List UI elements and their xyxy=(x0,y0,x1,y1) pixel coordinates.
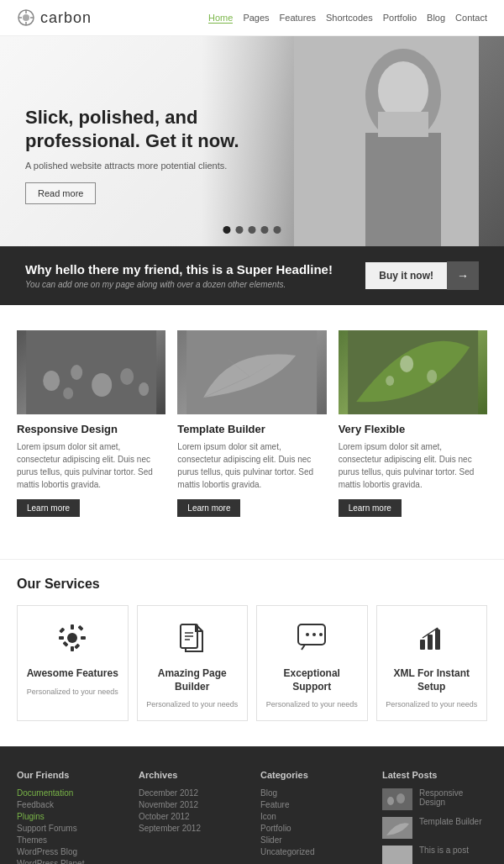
latest-thumb-2 xyxy=(382,817,412,839)
footer-arch-sep[interactable]: September 2012 xyxy=(139,824,244,833)
svg-point-24 xyxy=(427,370,437,383)
service-card-2: Amazing Page Builder Personalized to you… xyxy=(137,605,249,721)
features-grid: Responsive Design Lorem ipsum dolor sit … xyxy=(17,330,487,517)
latest-item-2: Template Builder xyxy=(382,817,487,839)
feature-card-3: Very Flexible Lorem ipsum dolor sit amet… xyxy=(339,330,487,517)
footer-latest-list: Responsive Design Template Builder This … xyxy=(382,788,487,864)
feature-learn-btn-1[interactable]: Learn more xyxy=(17,499,80,517)
footer-friends-title: Our Friends xyxy=(17,770,122,780)
svg-rect-10 xyxy=(378,112,428,137)
svg-rect-30 xyxy=(81,636,86,640)
svg-point-25 xyxy=(386,376,394,386)
service-desc-3: Personalized to your needs xyxy=(265,700,359,709)
svg-rect-33 xyxy=(63,641,69,647)
footer-link-themes[interactable]: Themes xyxy=(17,835,122,845)
footer-cat-feature[interactable]: Feature xyxy=(260,800,365,809)
footer-cat-slider[interactable]: Slider xyxy=(260,835,365,845)
cta-buy-label[interactable]: Buy it now! xyxy=(365,262,447,289)
service-icon-4 xyxy=(386,623,479,659)
feature-card-1: Responsive Design Lorem ipsum dolor sit … xyxy=(17,330,165,517)
footer-arch-dec[interactable]: December 2012 xyxy=(139,788,244,798)
footer-link-feedback[interactable]: Feedback xyxy=(17,800,122,809)
hero-subtitle: A polished website attracts more potenti… xyxy=(25,161,244,171)
footer-col-archives: Archives December 2012 November 2012 Oct… xyxy=(139,770,244,864)
nav-blog[interactable]: Blog xyxy=(427,13,445,24)
svg-rect-8 xyxy=(365,133,441,246)
latest-item-1: Responsive Design xyxy=(382,788,487,810)
footer-cat-portfolio[interactable]: Portfolio xyxy=(260,824,365,833)
footer-link-support[interactable]: Support Forums xyxy=(17,824,122,833)
footer-link-wpplanet[interactable]: WordPress Planet xyxy=(17,859,122,864)
cta-buy-button[interactable]: Buy it now! → xyxy=(365,261,479,290)
footer-arch-nov[interactable]: November 2012 xyxy=(139,800,244,809)
footer-col-categories: Categories Blog Feature Icon Portfolio S… xyxy=(260,770,365,864)
services-title: Our Services xyxy=(17,568,487,592)
svg-point-40 xyxy=(306,633,309,636)
latest-thumb-3 xyxy=(382,846,412,864)
site-header: carbon Home Pages Features Shortcodes Po… xyxy=(0,0,504,36)
service-icon-1 xyxy=(26,623,119,659)
hero-person-image xyxy=(294,36,479,246)
footer-col-friends: Our Friends Documentation Feedback Plugi… xyxy=(17,770,122,864)
footer-link-plugins[interactable]: Plugins xyxy=(17,812,122,821)
footer-grid: Our Friends Documentation Feedback Plugi… xyxy=(17,770,487,864)
footer-cat-icon[interactable]: Icon xyxy=(260,812,365,821)
hero-dot-5[interactable] xyxy=(274,226,281,234)
feature-learn-btn-2[interactable]: Learn more xyxy=(177,499,240,517)
service-desc-2: Personalized to your needs xyxy=(146,700,239,709)
feature-desc-1: Lorem ipsum dolor sit amet, consectetur … xyxy=(17,440,165,491)
footer-cat-blog[interactable]: Blog xyxy=(260,788,365,798)
latest-item-3: This is a post xyxy=(382,846,487,864)
svg-point-1 xyxy=(23,14,29,21)
footer-cat-uncategorized[interactable]: Uncategorized xyxy=(260,847,365,856)
footer-link-docs[interactable]: Documentation xyxy=(17,788,122,798)
service-title-2: Amazing Page Builder xyxy=(146,667,239,693)
hero-title: Slick, polished, and professional. Get i… xyxy=(25,106,244,154)
svg-point-23 xyxy=(400,356,413,372)
svg-rect-11 xyxy=(26,330,156,414)
svg-point-15 xyxy=(120,368,134,385)
service-card-1: Awesome Features Personalized to your ne… xyxy=(17,605,129,721)
feature-image-1 xyxy=(17,330,165,414)
footer-latest-title: Latest Posts xyxy=(382,770,487,780)
service-desc-4: Personalized to your needs xyxy=(386,700,479,709)
feature-title-1: Responsive Design xyxy=(17,423,165,435)
svg-rect-29 xyxy=(59,636,64,640)
svg-rect-31 xyxy=(60,628,66,634)
svg-point-48 xyxy=(387,797,394,805)
nav-pages[interactable]: Pages xyxy=(243,13,269,24)
svg-rect-44 xyxy=(428,635,433,650)
nav-features[interactable]: Features xyxy=(280,13,316,24)
hero-dot-2[interactable] xyxy=(236,226,244,234)
hero-dot-3[interactable] xyxy=(249,226,256,234)
latest-text-3: This is a post xyxy=(419,846,469,855)
svg-point-42 xyxy=(319,633,323,636)
feature-card-2: Template Builder Lorem ipsum dolor sit a… xyxy=(177,330,326,517)
service-icon-3 xyxy=(265,623,359,659)
svg-rect-28 xyxy=(71,646,74,651)
logo-text: carbon xyxy=(40,9,92,27)
services-grid: Awesome Features Personalized to your ne… xyxy=(17,605,487,721)
service-icon-2 xyxy=(146,623,239,659)
svg-point-12 xyxy=(43,371,60,391)
cta-buy-arrow-icon[interactable]: → xyxy=(447,261,479,290)
hero-section: Slick, polished, and professional. Get i… xyxy=(0,36,504,246)
nav-portfolio[interactable]: Portfolio xyxy=(383,13,417,24)
hero-readmore-button[interactable]: Read more xyxy=(25,182,96,204)
service-card-4: XML For Instant Setup Personalized to yo… xyxy=(376,605,488,721)
nav-shortcodes[interactable]: Shortcodes xyxy=(326,13,373,24)
footer-link-wpblog[interactable]: WordPress Blog xyxy=(17,847,122,856)
service-title-1: Awesome Features xyxy=(26,667,119,681)
hero-dot-1[interactable] xyxy=(223,226,231,234)
feature-learn-btn-3[interactable]: Learn more xyxy=(339,499,402,517)
service-card-3: Exceptional Support Personalized to your… xyxy=(256,605,368,721)
features-section: Responsive Design Lorem ipsum dolor sit … xyxy=(0,305,504,559)
feature-image-2 xyxy=(177,330,326,414)
cta-band: Why hello there my friend, this is a Sup… xyxy=(0,246,504,305)
footer-arch-oct[interactable]: October 2012 xyxy=(139,812,244,821)
nav-home[interactable]: Home xyxy=(208,13,233,24)
logo[interactable]: carbon xyxy=(17,8,92,27)
nav-contact[interactable]: Contact xyxy=(455,13,487,24)
latest-thumb-1 xyxy=(382,788,412,810)
hero-dot-4[interactable] xyxy=(261,226,269,234)
